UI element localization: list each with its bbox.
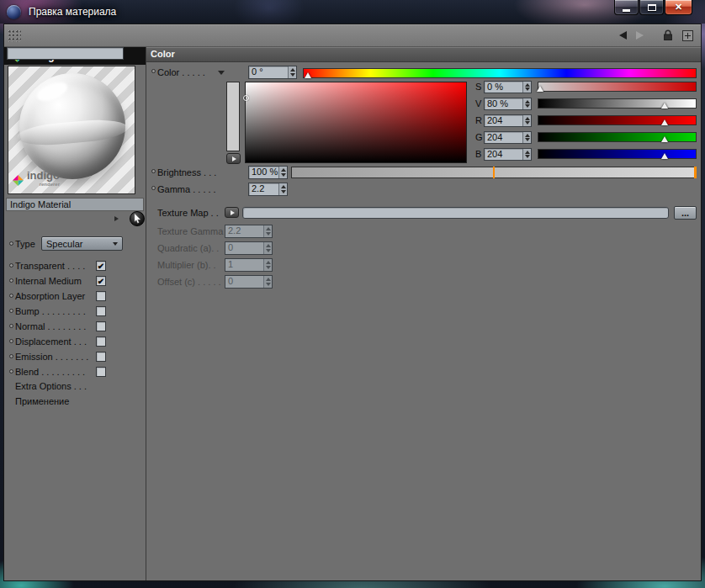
anim-dot[interactable]: [9, 324, 13, 328]
displacement-checkbox[interactable]: [96, 336, 106, 347]
hue-slider-handle[interactable]: [305, 72, 311, 78]
minimize-button[interactable]: [614, 0, 639, 15]
red-row: R 204: [146, 114, 701, 127]
brightness-tick[interactable]: [493, 167, 495, 178]
r-slider[interactable]: [538, 115, 697, 125]
cursor-icon: [134, 214, 141, 224]
anim-dot[interactable]: [9, 294, 13, 298]
b-slider-handle[interactable]: [661, 153, 668, 159]
hue-field[interactable]: 0 °: [248, 66, 297, 79]
anim-dot[interactable]: [9, 241, 13, 246]
back-icon[interactable]: [619, 31, 627, 40]
sidebar: indigo renderer indigo renderer: [4, 47, 146, 580]
normal-checkbox[interactable]: [96, 321, 106, 331]
g-field[interactable]: 204: [484, 131, 532, 144]
anim-dot[interactable]: [9, 339, 13, 343]
texture-path-field[interactable]: [242, 207, 669, 219]
brightness-spinner[interactable]: [278, 167, 287, 178]
maximize-button[interactable]: [639, 0, 664, 15]
offset-value: 0: [225, 276, 263, 288]
quadratic-field: 0: [225, 241, 273, 255]
indigo-logo-icon: [13, 175, 24, 186]
hue-slider[interactable]: [303, 68, 697, 78]
bump-checkbox[interactable]: [96, 306, 106, 316]
material-name-field[interactable]: Indigo Material: [6, 198, 144, 211]
anim-dot[interactable]: [9, 309, 13, 313]
titlebar[interactable]: Правка материала ✕: [0, 0, 705, 24]
s-spinner[interactable]: [522, 82, 531, 93]
s-slider-handle[interactable]: [537, 86, 543, 92]
anim-dot[interactable]: [151, 186, 156, 190]
multiplier-label: Multiplier (b). .: [157, 260, 216, 270]
g-slider[interactable]: [538, 132, 697, 142]
anim-dot[interactable]: [9, 278, 13, 283]
v-field[interactable]: 80 %: [484, 98, 532, 110]
brightness-field[interactable]: 100 %: [248, 166, 288, 179]
v-spinner[interactable]: [522, 98, 531, 109]
preview-watermark: indigo renderer: [13, 172, 60, 188]
r-spinner[interactable]: [522, 115, 531, 126]
add-icon[interactable]: [682, 30, 693, 41]
anim-dot[interactable]: [9, 369, 13, 373]
hue-spinner[interactable]: [288, 66, 296, 78]
offset-spinner: [263, 276, 272, 288]
chevron-down-icon: [113, 242, 118, 246]
type-row: Type Specular: [4, 236, 146, 252]
name-input[interactable]: [7, 47, 124, 60]
multiplier-field: 1: [225, 258, 273, 272]
b-value: 204: [485, 149, 522, 160]
green-row: G 204: [146, 131, 701, 144]
s-field[interactable]: 0 %: [484, 81, 532, 93]
color-preset-icon[interactable]: [218, 71, 225, 75]
name-input-value: [8, 48, 123, 59]
row-blend: Blend . . . . . . . . .: [4, 365, 146, 380]
anim-dot[interactable]: [151, 169, 156, 173]
row-bump: Bump . . . . . . . . .: [4, 305, 146, 320]
anim-dot[interactable]: [151, 69, 156, 73]
r-field[interactable]: 204: [484, 114, 532, 127]
s-slider[interactable]: [538, 82, 697, 92]
app-icon[interactable]: [7, 5, 21, 19]
type-dropdown[interactable]: Specular: [41, 236, 123, 251]
texture-expand-button[interactable]: [225, 207, 239, 218]
texture-gamma-value: 2.2: [225, 225, 263, 237]
forward-icon: [636, 31, 644, 40]
preview-mode-button[interactable]: [130, 211, 145, 226]
r-label: R: [475, 115, 482, 125]
gamma-field[interactable]: 2.2: [248, 183, 288, 196]
lock-icon[interactable]: [663, 29, 673, 41]
multiplier-value: 1: [225, 259, 263, 271]
v-slider[interactable]: [538, 98, 697, 109]
anim-dot[interactable]: [9, 354, 13, 358]
b-slider[interactable]: [538, 149, 697, 159]
apply-link[interactable]: Применение: [15, 396, 69, 406]
blend-checkbox[interactable]: [96, 367, 106, 377]
transparent-checkbox[interactable]: ✔: [96, 261, 106, 271]
v-slider-handle[interactable]: [661, 103, 668, 109]
toolbar-grip[interactable]: [8, 30, 21, 42]
watermark-text: indigo renderer: [27, 172, 60, 188]
s-label: S: [475, 82, 481, 92]
b-field[interactable]: 204: [484, 148, 532, 161]
close-button[interactable]: ✕: [665, 0, 692, 15]
browse-button[interactable]: ...: [674, 206, 697, 220]
emission-checkbox[interactable]: [96, 352, 106, 362]
extra-options-link[interactable]: Extra Options . . .: [15, 381, 87, 391]
panel-header: Color: [146, 47, 701, 62]
g-label: G: [475, 132, 483, 142]
quadratic-spinner: [263, 242, 272, 254]
material-preview[interactable]: indigo renderer: [8, 66, 135, 194]
material-editor-window: Правка материала ✕: [0, 0, 705, 588]
b-spinner[interactable]: [522, 149, 531, 160]
g-slider-handle[interactable]: [661, 136, 668, 142]
g-spinner[interactable]: [522, 132, 531, 143]
name-popup-icon[interactable]: [114, 216, 119, 221]
absorption-layer-checkbox[interactable]: [96, 291, 106, 301]
blend-label: Blend . . . . . . . . .: [15, 367, 85, 377]
anim-dot[interactable]: [9, 263, 13, 268]
brightness-slider[interactable]: [291, 167, 697, 178]
r-slider-handle[interactable]: [661, 119, 668, 125]
gamma-spinner[interactable]: [278, 183, 287, 195]
texture-map-row: Texture Map . . ...: [146, 206, 701, 220]
internal-medium-checkbox[interactable]: ✔: [96, 276, 106, 286]
